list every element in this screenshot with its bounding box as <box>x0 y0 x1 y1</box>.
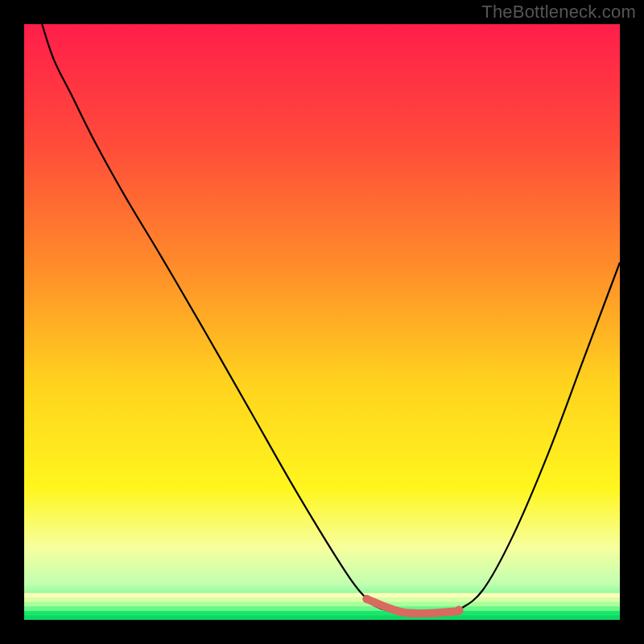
svg-rect-2 <box>24 602 620 607</box>
chart-svg <box>24 24 620 620</box>
bottom-stripes <box>24 593 620 620</box>
chart-area <box>24 24 620 620</box>
optimal-point-icon <box>363 595 371 603</box>
svg-rect-0 <box>24 593 620 598</box>
svg-rect-4 <box>24 611 620 616</box>
watermark-text: TheBottleneck.com <box>481 2 636 23</box>
background-gradient <box>24 24 620 620</box>
svg-rect-3 <box>24 606 620 611</box>
svg-rect-5 <box>24 615 620 620</box>
svg-rect-1 <box>24 597 620 602</box>
